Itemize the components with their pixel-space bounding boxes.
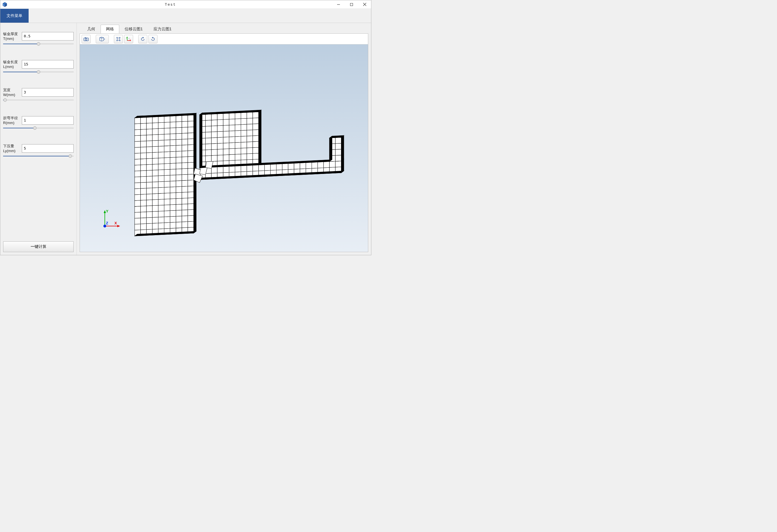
radius-input[interactable] <box>22 116 74 125</box>
svg-marker-42 <box>134 135 140 142</box>
svg-marker-108 <box>158 217 164 223</box>
svg-marker-74 <box>146 182 152 188</box>
svg-marker-40 <box>134 147 140 153</box>
svg-marker-77 <box>146 164 152 171</box>
svg-rect-15 <box>117 38 120 40</box>
viewport-toolbar: zxy <box>80 34 368 44</box>
svg-marker-322 <box>253 147 259 153</box>
svg-marker-357 <box>270 164 276 170</box>
svg-marker-283 <box>229 142 235 149</box>
svg-marker-402 <box>117 225 120 227</box>
calculate-button[interactable]: 一键计算 <box>3 241 74 252</box>
svg-marker-62 <box>140 135 146 141</box>
radius-slider[interactable] <box>3 126 74 130</box>
svg-marker-81 <box>146 141 152 147</box>
svg-marker-157 <box>170 163 176 170</box>
svg-marker-123 <box>158 128 164 134</box>
fit-extent-icon[interactable] <box>114 35 123 43</box>
svg-marker-377 <box>329 161 335 168</box>
svg-marker-327 <box>253 118 259 124</box>
radius-label: 折弯半径R(mm) <box>3 116 22 125</box>
tab-geometry[interactable]: 几何 <box>82 25 101 33</box>
svg-marker-272 <box>223 149 229 155</box>
svg-marker-150 <box>170 205 176 211</box>
svg-marker-273 <box>223 143 229 149</box>
rotate-cw-icon[interactable] <box>148 35 157 43</box>
svg-marker-371 <box>312 162 318 168</box>
svg-marker-316 <box>247 124 253 130</box>
svg-marker-304 <box>241 136 247 142</box>
svg-marker-288 <box>229 113 235 119</box>
svg-marker-79 <box>146 152 152 158</box>
camera-icon[interactable] <box>82 35 91 43</box>
svg-marker-100 <box>152 146 158 152</box>
svg-marker-252 <box>211 149 217 155</box>
svg-marker-164 <box>170 122 176 128</box>
svg-marker-132 <box>164 193 170 199</box>
svg-marker-277 <box>223 119 229 125</box>
svg-marker-262 <box>217 149 223 155</box>
svg-marker-247 <box>205 120 211 126</box>
svg-marker-214 <box>188 180 194 186</box>
svg-marker-253 <box>211 143 217 149</box>
maximize-button[interactable] <box>345 0 358 9</box>
svg-marker-199 <box>182 151 188 157</box>
svg-marker-201 <box>182 139 188 145</box>
svg-marker-175 <box>176 175 182 181</box>
rotate-ccw-icon[interactable] <box>138 35 147 43</box>
press-input[interactable] <box>22 144 74 153</box>
svg-marker-321 <box>253 153 259 159</box>
svg-marker-341 <box>223 167 229 173</box>
svg-marker-167 <box>176 222 182 228</box>
tab-displacement[interactable]: 位移云图1 <box>119 25 148 33</box>
file-menu[interactable]: 文件菜单 <box>0 9 29 23</box>
svg-marker-80 <box>146 146 152 153</box>
svg-marker-147 <box>170 222 176 228</box>
thickness-slider[interactable] <box>3 42 74 46</box>
3d-viewport[interactable]: Y X Z <box>80 44 368 252</box>
svg-marker-144 <box>164 122 170 128</box>
press-slider[interactable] <box>3 154 74 158</box>
width-slider[interactable] <box>3 98 74 102</box>
svg-marker-312 <box>247 147 253 154</box>
thickness-input[interactable] <box>22 32 74 40</box>
minimize-button[interactable] <box>332 0 345 9</box>
svg-marker-75 <box>146 176 152 183</box>
svg-marker-339 <box>217 167 223 173</box>
window-title: Test <box>9 2 332 6</box>
svg-marker-53 <box>140 188 146 194</box>
svg-marker-137 <box>164 164 170 170</box>
svg-marker-256 <box>211 126 217 132</box>
svg-marker-325 <box>253 129 259 136</box>
svg-marker-278 <box>223 113 229 120</box>
svg-marker-68 <box>146 218 152 224</box>
svg-marker-218 <box>188 156 194 163</box>
svg-marker-114 <box>158 181 164 188</box>
svg-marker-207 <box>188 221 194 227</box>
svg-marker-194 <box>182 180 188 186</box>
svg-marker-388 <box>335 149 341 155</box>
svg-marker-323 <box>253 141 259 147</box>
cube-icon[interactable] <box>96 35 109 43</box>
svg-marker-36 <box>134 171 140 177</box>
svg-marker-116 <box>158 170 164 176</box>
length-input[interactable] <box>22 60 74 69</box>
svg-marker-50 <box>140 206 146 212</box>
width-input[interactable] <box>22 88 74 97</box>
svg-marker-347 <box>241 166 247 172</box>
svg-marker-363 <box>288 163 294 170</box>
svg-marker-291 <box>235 154 241 161</box>
svg-marker-263 <box>217 143 223 149</box>
length-slider[interactable] <box>3 70 74 74</box>
svg-text:z: z <box>129 37 129 39</box>
svg-marker-67 <box>146 223 152 229</box>
tab-mesh[interactable]: 网格 <box>101 25 119 33</box>
close-button[interactable] <box>358 0 371 9</box>
svg-marker-117 <box>158 164 164 170</box>
svg-marker-141 <box>164 140 170 146</box>
axes-icon[interactable]: zxy <box>124 35 133 43</box>
param-press: 下压量Ly(mm) <box>3 144 74 153</box>
svg-marker-160 <box>170 145 176 151</box>
svg-marker-195 <box>182 175 188 181</box>
tab-stress[interactable]: 应力云图1 <box>148 25 177 33</box>
